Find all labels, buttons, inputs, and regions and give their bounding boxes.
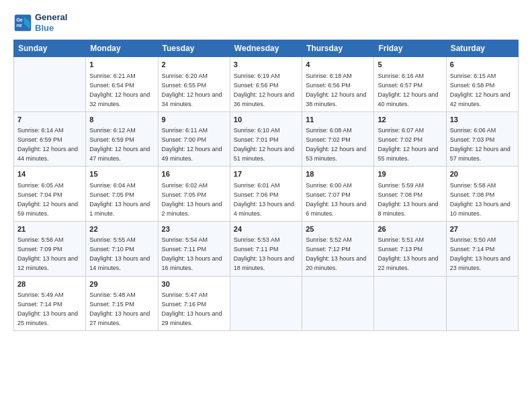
day-number: 27: [450, 224, 515, 234]
calendar-cell: 25Sunrise: 5:52 AMSunset: 7:12 PMDayligh…: [302, 221, 374, 276]
day-number: 1: [89, 60, 154, 70]
calendar-cell: 11Sunrise: 6:08 AMSunset: 7:02 PMDayligh…: [302, 111, 374, 167]
cell-info: Sunrise: 6:15 AMSunset: 6:58 PMDaylight:…: [450, 73, 511, 107]
header-row: SundayMondayTuesdayWednesdayThursdayFrid…: [14, 40, 519, 57]
calendar-cell: 15Sunrise: 6:04 AMSunset: 7:05 PMDayligh…: [86, 167, 158, 222]
day-number: 5: [378, 60, 442, 70]
svg-text:ne: ne: [16, 23, 21, 28]
day-number: 20: [450, 169, 515, 179]
calendar-cell: 26Sunrise: 5:51 AMSunset: 7:13 PMDayligh…: [374, 221, 446, 276]
calendar-cell: 7Sunrise: 6:14 AMSunset: 6:59 PMDaylight…: [14, 111, 86, 167]
cell-info: Sunrise: 6:08 AMSunset: 7:02 PMDaylight:…: [306, 127, 366, 162]
calendar-table: SundayMondayTuesdayWednesdayThursdayFrid…: [13, 40, 519, 331]
week-row-3: 21Sunrise: 5:56 AMSunset: 7:09 PMDayligh…: [14, 221, 519, 276]
col-header-wednesday: Wednesday: [230, 40, 302, 57]
calendar-cell: [446, 276, 518, 331]
cell-info: Sunrise: 6:20 AMSunset: 6:55 PMDaylight:…: [162, 73, 222, 107]
cell-info: Sunrise: 6:14 AMSunset: 6:59 PMDaylight:…: [17, 127, 78, 162]
col-header-sunday: Sunday: [14, 40, 86, 57]
calendar-cell: [14, 57, 86, 112]
calendar-cell: 1Sunrise: 6:21 AMSunset: 6:54 PMDaylight…: [86, 57, 158, 112]
cell-info: Sunrise: 6:07 AMSunset: 7:02 PMDaylight:…: [378, 127, 438, 162]
calendar-cell: 9Sunrise: 6:11 AMSunset: 7:00 PMDaylight…: [158, 111, 230, 167]
cell-info: Sunrise: 5:51 AMSunset: 7:13 PMDaylight:…: [378, 236, 438, 271]
day-number: 16: [162, 169, 226, 179]
cell-info: Sunrise: 6:10 AMSunset: 7:01 PMDaylight:…: [234, 127, 294, 162]
cell-info: Sunrise: 6:21 AMSunset: 6:54 PMDaylight:…: [89, 73, 150, 107]
cell-info: Sunrise: 6:12 AMSunset: 6:59 PMDaylight:…: [89, 127, 150, 162]
svg-text:Ge: Ge: [16, 17, 22, 22]
calendar-cell: 19Sunrise: 5:59 AMSunset: 7:08 PMDayligh…: [374, 167, 446, 222]
cell-info: Sunrise: 6:11 AMSunset: 7:00 PMDaylight:…: [162, 127, 222, 162]
day-number: 6: [450, 60, 515, 70]
cell-info: Sunrise: 6:19 AMSunset: 6:56 PMDaylight:…: [234, 73, 294, 107]
calendar-cell: [230, 276, 302, 331]
cell-info: Sunrise: 6:01 AMSunset: 7:06 PMDaylight:…: [234, 182, 294, 217]
calendar-cell: 10Sunrise: 6:10 AMSunset: 7:01 PMDayligh…: [230, 111, 302, 167]
week-row-4: 28Sunrise: 5:49 AMSunset: 7:14 PMDayligh…: [14, 276, 519, 331]
calendar-cell: 12Sunrise: 6:07 AMSunset: 7:02 PMDayligh…: [374, 111, 446, 167]
day-number: 11: [306, 115, 370, 125]
cell-info: Sunrise: 5:58 AMSunset: 7:08 PMDaylight:…: [450, 182, 511, 217]
col-header-tuesday: Tuesday: [158, 40, 230, 57]
cell-info: Sunrise: 6:06 AMSunset: 7:03 PMDaylight:…: [450, 127, 511, 162]
calendar-cell: 14Sunrise: 6:05 AMSunset: 7:04 PMDayligh…: [14, 167, 86, 222]
cell-info: Sunrise: 5:59 AMSunset: 7:08 PMDaylight:…: [378, 182, 438, 217]
day-number: 15: [89, 169, 154, 179]
calendar-cell: 16Sunrise: 6:02 AMSunset: 7:05 PMDayligh…: [158, 167, 230, 222]
calendar-cell: 29Sunrise: 5:48 AMSunset: 7:15 PMDayligh…: [86, 276, 158, 331]
day-number: 25: [306, 224, 370, 234]
week-row-0: 1Sunrise: 6:21 AMSunset: 6:54 PMDaylight…: [14, 57, 519, 112]
cell-info: Sunrise: 5:54 AMSunset: 7:11 PMDaylight:…: [162, 236, 222, 271]
day-number: 12: [378, 115, 442, 125]
calendar-cell: 23Sunrise: 5:54 AMSunset: 7:11 PMDayligh…: [158, 221, 230, 276]
cell-info: Sunrise: 6:02 AMSunset: 7:05 PMDaylight:…: [162, 182, 222, 217]
calendar-cell: 4Sunrise: 6:18 AMSunset: 6:56 PMDaylight…: [302, 57, 374, 112]
col-header-monday: Monday: [86, 40, 158, 57]
header: Ge ne General Blue: [13, 12, 519, 33]
day-number: 3: [234, 60, 298, 70]
page-container: Ge ne General Blue SundayMondayTuesdayWe…: [0, 0, 532, 338]
cell-info: Sunrise: 6:18 AMSunset: 6:56 PMDaylight:…: [306, 73, 366, 107]
day-number: 22: [89, 224, 154, 234]
calendar-cell: [374, 276, 446, 331]
day-number: 7: [17, 115, 82, 125]
day-number: 30: [162, 279, 226, 289]
col-header-saturday: Saturday: [446, 40, 518, 57]
cell-info: Sunrise: 5:53 AMSunset: 7:11 PMDaylight:…: [234, 236, 294, 271]
calendar-cell: 21Sunrise: 5:56 AMSunset: 7:09 PMDayligh…: [14, 221, 86, 276]
logo: Ge ne General Blue: [13, 12, 67, 33]
day-number: 24: [234, 224, 298, 234]
calendar-cell: 24Sunrise: 5:53 AMSunset: 7:11 PMDayligh…: [230, 221, 302, 276]
cell-info: Sunrise: 5:50 AMSunset: 7:14 PMDaylight:…: [450, 236, 511, 271]
cell-info: Sunrise: 5:52 AMSunset: 7:12 PMDaylight:…: [306, 236, 366, 271]
day-number: 13: [450, 115, 515, 125]
calendar-cell: 28Sunrise: 5:49 AMSunset: 7:14 PMDayligh…: [14, 276, 86, 331]
calendar-cell: 13Sunrise: 6:06 AMSunset: 7:03 PMDayligh…: [446, 111, 518, 167]
day-number: 8: [89, 115, 154, 125]
day-number: 28: [17, 279, 82, 289]
cell-info: Sunrise: 6:16 AMSunset: 6:57 PMDaylight:…: [378, 73, 438, 107]
calendar-cell: 8Sunrise: 6:12 AMSunset: 6:59 PMDaylight…: [86, 111, 158, 167]
day-number: 14: [17, 169, 82, 179]
logo-icon: Ge ne: [13, 13, 32, 32]
day-number: 19: [378, 169, 442, 179]
cell-info: Sunrise: 6:00 AMSunset: 7:07 PMDaylight:…: [306, 182, 366, 217]
logo-text: General Blue: [35, 12, 67, 33]
calendar-cell: 5Sunrise: 6:16 AMSunset: 6:57 PMDaylight…: [374, 57, 446, 112]
cell-info: Sunrise: 5:49 AMSunset: 7:14 PMDaylight:…: [17, 291, 78, 326]
calendar-cell: 20Sunrise: 5:58 AMSunset: 7:08 PMDayligh…: [446, 167, 518, 222]
cell-info: Sunrise: 5:48 AMSunset: 7:15 PMDaylight:…: [89, 291, 150, 326]
calendar-cell: [302, 276, 374, 331]
calendar-cell: 17Sunrise: 6:01 AMSunset: 7:06 PMDayligh…: [230, 167, 302, 222]
day-number: 4: [306, 60, 370, 70]
day-number: 9: [162, 115, 226, 125]
day-number: 17: [234, 169, 298, 179]
calendar-cell: 22Sunrise: 5:55 AMSunset: 7:10 PMDayligh…: [86, 221, 158, 276]
cell-info: Sunrise: 5:55 AMSunset: 7:10 PMDaylight:…: [89, 236, 150, 271]
day-number: 21: [17, 224, 82, 234]
calendar-cell: 2Sunrise: 6:20 AMSunset: 6:55 PMDaylight…: [158, 57, 230, 112]
week-row-1: 7Sunrise: 6:14 AMSunset: 6:59 PMDaylight…: [14, 111, 519, 167]
calendar-cell: 27Sunrise: 5:50 AMSunset: 7:14 PMDayligh…: [446, 221, 518, 276]
day-number: 18: [306, 169, 370, 179]
